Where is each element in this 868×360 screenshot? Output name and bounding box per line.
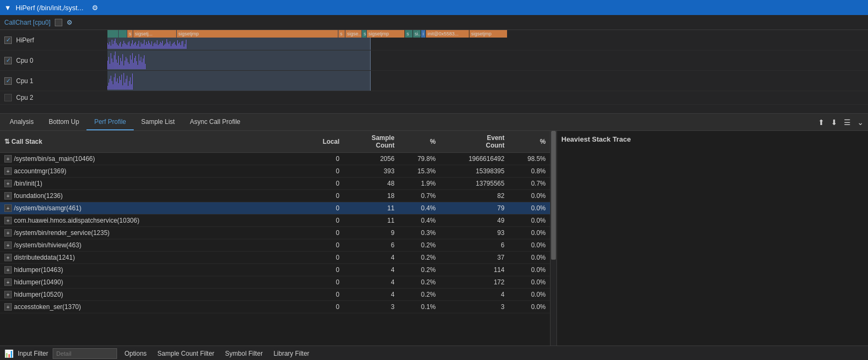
options-btn[interactable]: Options (121, 349, 150, 358)
table-row[interactable]: + /bin/init(1) 0 48 1.9% 13795565 0.7% (0, 178, 550, 190)
table-row[interactable]: + hidumper(10490) 0 4 0.2% 172 0.0% (0, 276, 550, 289)
input-filter-field[interactable] (53, 348, 117, 359)
track-checkbox-cpu0[interactable]: ✓ (4, 57, 12, 64)
tab-async-call-profile[interactable]: Async Call Profile (182, 114, 248, 130)
track-checkbox-hiPerf[interactable]: ✓ (4, 36, 12, 44)
callchart-area: CallChart [cpu0] ⚙ ✓ HiPerf s sigsetj...… (0, 15, 868, 114)
table-row[interactable]: + /system/bin/sa_main(10466) 0 2056 79.8… (0, 153, 550, 165)
track-waveform-hiPerf (107, 39, 868, 49)
func-chip: init@0x5583... (426, 30, 469, 38)
cell-sample-count: 4 (344, 264, 399, 276)
table-row[interactable]: + accesstoken_ser(1370) 0 3 0.1% 3 0.0% (0, 301, 550, 313)
track-name-cpu2: Cpu 2 (16, 94, 33, 101)
callstack-name: distributeddata(1241) (14, 254, 75, 261)
tab-bottom-up[interactable]: Bottom Up (41, 114, 87, 130)
table-row[interactable]: + accountmgr(1369) 0 393 15.3% 15398395 … (0, 165, 550, 178)
cell-event-count: 6 (440, 239, 509, 252)
sort-icon[interactable]: ⇅ (4, 138, 11, 145)
col-sample-count: SampleCount (344, 131, 399, 153)
cell-event-pct: 0.8% (509, 165, 550, 178)
func-chip: s (127, 30, 133, 38)
scrollbar-thumb[interactable] (551, 131, 556, 260)
expand-btn[interactable]: + (4, 278, 12, 286)
main-content: ⇅ Call Stack Local SampleCount % EventCo… (0, 131, 868, 346)
table-row[interactable]: + foundation(1236) 0 18 0.7% 82 0.0% (0, 190, 550, 202)
chart-icon[interactable]: 📊 (4, 349, 13, 358)
cell-callstack: + /system/bin/hiview(463) (0, 239, 289, 252)
top-functions-row: s sigsetj... sigsetjmp s sigse... s sigs… (107, 30, 868, 39)
cell-sample-count: 48 (344, 178, 399, 190)
cell-local: 0 (289, 215, 344, 227)
sample-count-filter-btn[interactable]: Sample Count Filter (154, 349, 218, 358)
track-label-cpu1: ✓ Cpu 1 (0, 77, 107, 85)
cell-sample-count: 11 (344, 215, 399, 227)
cell-event-count: 82 (440, 190, 509, 202)
cell-sample-count: 4 (344, 276, 399, 289)
table-row[interactable]: + /system/bin/samgr(461) 0 11 0.4% 79 0.… (0, 202, 550, 215)
library-filter-btn[interactable]: Library Filter (270, 349, 313, 358)
title-dropdown-icon[interactable]: ▼ (4, 4, 11, 12)
expand-icon[interactable]: ⌄ (855, 117, 866, 128)
table-container[interactable]: ⇅ Call Stack Local SampleCount % EventCo… (0, 131, 550, 346)
expand-btn[interactable]: + (4, 266, 12, 274)
cell-event-count: 15398395 (440, 165, 509, 178)
col-event-pct: % (509, 131, 550, 153)
cell-sample-count: 4 (344, 289, 399, 301)
tab-actions: ⬆ ⬇ ☰ ⌄ (816, 117, 866, 128)
expand-btn[interactable]: + (4, 155, 12, 163)
track-checkbox-cpu1[interactable]: ✓ (4, 77, 12, 85)
cell-local: 0 (289, 276, 344, 289)
callchart-visibility-checkbox[interactable] (55, 19, 62, 26)
expand-btn[interactable]: + (4, 291, 12, 298)
filter-icon[interactable]: ☰ (842, 117, 853, 128)
func-chip: sigse... (345, 30, 361, 38)
table-row[interactable]: + hidumper(10463) 0 4 0.2% 114 0.0% (0, 264, 550, 276)
symbol-filter-btn[interactable]: Symbol Filter (222, 349, 266, 358)
expand-btn[interactable]: + (4, 217, 12, 224)
expand-btn[interactable]: + (4, 204, 12, 212)
tab-sample-list[interactable]: Sample List (134, 114, 183, 130)
panel-title: Heaviest Stack Trace (561, 135, 864, 148)
table-row[interactable]: + /system/bin/hiview(463) 0 6 0.2% 6 0.0… (0, 239, 550, 252)
expand-btn[interactable]: + (4, 192, 12, 200)
cell-sample-pct: 0.1% (399, 301, 440, 313)
scrollbar[interactable] (550, 131, 556, 346)
callstack-name: foundation(1236) (14, 192, 63, 200)
cell-event-count: 114 (440, 264, 509, 276)
bottom-bar: 📊 Input Filter Options Sample Count Filt… (0, 346, 868, 360)
track-label-cpu0: ✓ Cpu 0 (0, 57, 107, 64)
cell-local: 0 (289, 227, 344, 239)
cell-callstack: + /system/bin/samgr(461) (0, 202, 289, 215)
expand-btn[interactable]: + (4, 167, 12, 175)
cell-sample-count: 9 (344, 227, 399, 239)
cell-sample-pct: 1.9% (399, 178, 440, 190)
track-checkbox-cpu2[interactable] (4, 94, 12, 101)
cell-callstack: + com.huawei.hmos.aidispatchservice(1030… (0, 215, 289, 227)
table-row[interactable]: + /system/bin/render_service(1235) 0 9 0… (0, 227, 550, 239)
cell-event-pct: 0.0% (509, 190, 550, 202)
export-icon[interactable]: ⬆ (816, 117, 827, 128)
import-icon[interactable]: ⬇ (829, 117, 840, 128)
expand-btn[interactable]: + (4, 229, 12, 237)
callchart-gear-icon[interactable]: ⚙ (67, 19, 73, 26)
track-content-cpu0 (107, 50, 868, 70)
table-row[interactable]: + com.huawei.hmos.aidispatchservice(1030… (0, 215, 550, 227)
table-row[interactable]: + hidumper(10520) 0 4 0.2% 4 0.0% (0, 289, 550, 301)
cell-event-pct: 98.5% (509, 153, 550, 165)
expand-btn[interactable]: + (4, 241, 12, 249)
callstack-name: hidumper(10463) (14, 266, 63, 274)
cell-callstack: + accesstoken_ser(1370) (0, 301, 289, 313)
expand-btn[interactable]: + (4, 254, 12, 261)
cell-sample-pct: 0.7% (399, 190, 440, 202)
tabs-bar: Analysis Bottom Up Perf Profile Sample L… (0, 114, 868, 131)
cell-sample-count: 11 (344, 202, 399, 215)
cell-sample-count: 6 (344, 239, 399, 252)
tab-perf-profile[interactable]: Perf Profile (86, 114, 133, 130)
expand-btn[interactable]: + (4, 180, 12, 187)
table-header: ⇅ Call Stack Local SampleCount % EventCo… (0, 131, 550, 153)
expand-btn[interactable]: + (4, 303, 12, 311)
tab-analysis[interactable]: Analysis (2, 114, 41, 130)
title-gear-icon[interactable]: ⚙ (92, 4, 98, 12)
cell-sample-count: 4 (344, 252, 399, 264)
table-row[interactable]: + distributeddata(1241) 0 4 0.2% 37 0.0% (0, 252, 550, 264)
